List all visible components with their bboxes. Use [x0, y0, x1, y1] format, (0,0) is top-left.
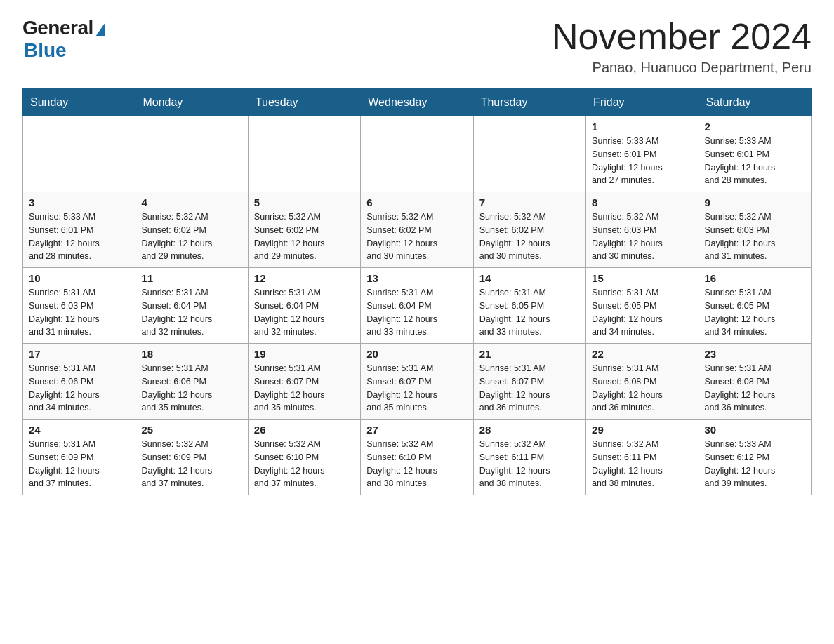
- day-info: Sunrise: 5:32 AM Sunset: 6:11 PM Dayligh…: [592, 438, 692, 490]
- calendar-cell: 8Sunrise: 5:32 AM Sunset: 6:03 PM Daylig…: [586, 192, 699, 268]
- calendar-cell: 10Sunrise: 5:31 AM Sunset: 6:03 PM Dayli…: [23, 268, 135, 344]
- day-info: Sunrise: 5:31 AM Sunset: 6:03 PM Dayligh…: [29, 286, 129, 339]
- day-number: 4: [141, 196, 241, 208]
- calendar-cell: [473, 116, 585, 192]
- calendar-header-row: SundayMondayTuesdayWednesdayThursdayFrid…: [23, 89, 812, 116]
- day-info: Sunrise: 5:31 AM Sunset: 6:07 PM Dayligh…: [479, 362, 580, 415]
- calendar-cell: 29Sunrise: 5:32 AM Sunset: 6:11 PM Dayli…: [586, 420, 699, 495]
- calendar-cell: 24Sunrise: 5:31 AM Sunset: 6:09 PM Dayli…: [23, 420, 135, 495]
- calendar-cell: [361, 116, 473, 192]
- day-number: 29: [592, 424, 692, 436]
- calendar-table: SundayMondayTuesdayWednesdayThursdayFrid…: [22, 88, 812, 495]
- day-number: 10: [29, 272, 129, 284]
- day-info: Sunrise: 5:32 AM Sunset: 6:11 PM Dayligh…: [479, 438, 580, 490]
- day-number: 12: [254, 272, 355, 284]
- day-info: Sunrise: 5:32 AM Sunset: 6:02 PM Dayligh…: [479, 210, 580, 263]
- calendar-cell: 6Sunrise: 5:32 AM Sunset: 6:02 PM Daylig…: [361, 192, 473, 268]
- day-info: Sunrise: 5:33 AM Sunset: 6:01 PM Dayligh…: [705, 135, 805, 187]
- day-info: Sunrise: 5:32 AM Sunset: 6:02 PM Dayligh…: [141, 210, 241, 263]
- calendar-cell: 26Sunrise: 5:32 AM Sunset: 6:10 PM Dayli…: [248, 420, 360, 495]
- calendar-cell: 22Sunrise: 5:31 AM Sunset: 6:08 PM Dayli…: [586, 344, 699, 420]
- day-info: Sunrise: 5:31 AM Sunset: 6:08 PM Dayligh…: [705, 362, 805, 415]
- day-number: 26: [254, 424, 355, 436]
- day-number: 24: [29, 424, 129, 436]
- calendar-cell: 9Sunrise: 5:32 AM Sunset: 6:03 PM Daylig…: [699, 192, 811, 268]
- day-info: Sunrise: 5:31 AM Sunset: 6:05 PM Dayligh…: [592, 286, 692, 339]
- title-block: November 2024 Panao, Huanuco Department,…: [552, 17, 812, 76]
- calendar-cell: 18Sunrise: 5:31 AM Sunset: 6:06 PM Dayli…: [135, 344, 248, 420]
- day-info: Sunrise: 5:31 AM Sunset: 6:04 PM Dayligh…: [254, 286, 355, 339]
- calendar-cell: 25Sunrise: 5:32 AM Sunset: 6:09 PM Dayli…: [135, 420, 248, 495]
- day-number: 6: [366, 196, 467, 208]
- calendar-cell: 14Sunrise: 5:31 AM Sunset: 6:05 PM Dayli…: [473, 268, 585, 344]
- location-title: Panao, Huanuco Department, Peru: [552, 60, 812, 76]
- day-number: 8: [592, 196, 692, 208]
- day-info: Sunrise: 5:33 AM Sunset: 6:01 PM Dayligh…: [592, 135, 692, 187]
- calendar-cell: 4Sunrise: 5:32 AM Sunset: 6:02 PM Daylig…: [135, 192, 248, 268]
- day-number: 28: [479, 424, 580, 436]
- day-number: 11: [141, 272, 241, 284]
- calendar-cell: 1Sunrise: 5:33 AM Sunset: 6:01 PM Daylig…: [586, 116, 699, 192]
- day-info: Sunrise: 5:31 AM Sunset: 6:08 PM Dayligh…: [592, 362, 692, 415]
- day-number: 18: [141, 348, 241, 360]
- day-number: 5: [254, 196, 355, 208]
- calendar-cell: 17Sunrise: 5:31 AM Sunset: 6:06 PM Dayli…: [23, 344, 135, 420]
- day-info: Sunrise: 5:32 AM Sunset: 6:02 PM Dayligh…: [254, 210, 355, 263]
- day-info: Sunrise: 5:32 AM Sunset: 6:02 PM Dayligh…: [366, 210, 467, 263]
- calendar-cell: 13Sunrise: 5:31 AM Sunset: 6:04 PM Dayli…: [361, 268, 473, 344]
- calendar-cell: 7Sunrise: 5:32 AM Sunset: 6:02 PM Daylig…: [473, 192, 585, 268]
- day-info: Sunrise: 5:32 AM Sunset: 6:10 PM Dayligh…: [254, 438, 355, 490]
- calendar-cell: 11Sunrise: 5:31 AM Sunset: 6:04 PM Dayli…: [135, 268, 248, 344]
- calendar-cell: [23, 116, 135, 192]
- day-info: Sunrise: 5:31 AM Sunset: 6:04 PM Dayligh…: [366, 286, 467, 339]
- weekday-header-saturday: Saturday: [699, 89, 811, 116]
- day-number: 13: [366, 272, 467, 284]
- weekday-header-monday: Monday: [135, 89, 248, 116]
- weekday-header-sunday: Sunday: [23, 89, 135, 116]
- day-info: Sunrise: 5:31 AM Sunset: 6:06 PM Dayligh…: [141, 362, 241, 415]
- day-number: 9: [705, 196, 805, 208]
- page-header: General Blue November 2024 Panao, Huanuc…: [22, 17, 812, 76]
- calendar-cell: 20Sunrise: 5:31 AM Sunset: 6:07 PM Dayli…: [361, 344, 473, 420]
- day-number: 19: [254, 348, 355, 360]
- day-number: 23: [705, 348, 805, 360]
- week-row-5: 24Sunrise: 5:31 AM Sunset: 6:09 PM Dayli…: [23, 420, 812, 495]
- calendar-cell: 15Sunrise: 5:31 AM Sunset: 6:05 PM Dayli…: [586, 268, 699, 344]
- day-info: Sunrise: 5:31 AM Sunset: 6:05 PM Dayligh…: [705, 286, 805, 339]
- logo-triangle-icon: [95, 22, 105, 36]
- day-number: 16: [705, 272, 805, 284]
- day-info: Sunrise: 5:31 AM Sunset: 6:09 PM Dayligh…: [29, 438, 129, 490]
- day-info: Sunrise: 5:33 AM Sunset: 6:01 PM Dayligh…: [29, 210, 129, 263]
- week-row-4: 17Sunrise: 5:31 AM Sunset: 6:06 PM Dayli…: [23, 344, 812, 420]
- calendar-cell: 28Sunrise: 5:32 AM Sunset: 6:11 PM Dayli…: [473, 420, 585, 495]
- calendar-cell: 23Sunrise: 5:31 AM Sunset: 6:08 PM Dayli…: [699, 344, 811, 420]
- week-row-2: 3Sunrise: 5:33 AM Sunset: 6:01 PM Daylig…: [23, 192, 812, 268]
- calendar-cell: 21Sunrise: 5:31 AM Sunset: 6:07 PM Dayli…: [473, 344, 585, 420]
- day-info: Sunrise: 5:31 AM Sunset: 6:06 PM Dayligh…: [29, 362, 129, 415]
- day-number: 14: [479, 272, 580, 284]
- day-number: 22: [592, 348, 692, 360]
- calendar-cell: 16Sunrise: 5:31 AM Sunset: 6:05 PM Dayli…: [699, 268, 811, 344]
- day-info: Sunrise: 5:33 AM Sunset: 6:12 PM Dayligh…: [705, 438, 805, 490]
- calendar-cell: 30Sunrise: 5:33 AM Sunset: 6:12 PM Dayli…: [699, 420, 811, 495]
- week-row-1: 1Sunrise: 5:33 AM Sunset: 6:01 PM Daylig…: [23, 116, 812, 192]
- day-number: 25: [141, 424, 241, 436]
- calendar-cell: 27Sunrise: 5:32 AM Sunset: 6:10 PM Dayli…: [361, 420, 473, 495]
- day-number: 20: [366, 348, 467, 360]
- day-number: 1: [592, 121, 692, 133]
- day-info: Sunrise: 5:32 AM Sunset: 6:09 PM Dayligh…: [141, 438, 241, 490]
- weekday-header-wednesday: Wednesday: [361, 89, 473, 116]
- logo: General Blue: [22, 17, 105, 62]
- logo-general-text: General: [22, 17, 93, 39]
- day-info: Sunrise: 5:31 AM Sunset: 6:07 PM Dayligh…: [254, 362, 355, 415]
- day-info: Sunrise: 5:31 AM Sunset: 6:07 PM Dayligh…: [366, 362, 467, 415]
- day-info: Sunrise: 5:32 AM Sunset: 6:03 PM Dayligh…: [705, 210, 805, 263]
- week-row-3: 10Sunrise: 5:31 AM Sunset: 6:03 PM Dayli…: [23, 268, 812, 344]
- calendar-cell: 12Sunrise: 5:31 AM Sunset: 6:04 PM Dayli…: [248, 268, 360, 344]
- day-number: 2: [705, 121, 805, 133]
- day-info: Sunrise: 5:32 AM Sunset: 6:10 PM Dayligh…: [366, 438, 467, 490]
- day-number: 3: [29, 196, 129, 208]
- day-number: 7: [479, 196, 580, 208]
- day-number: 30: [705, 424, 805, 436]
- day-info: Sunrise: 5:31 AM Sunset: 6:05 PM Dayligh…: [479, 286, 580, 339]
